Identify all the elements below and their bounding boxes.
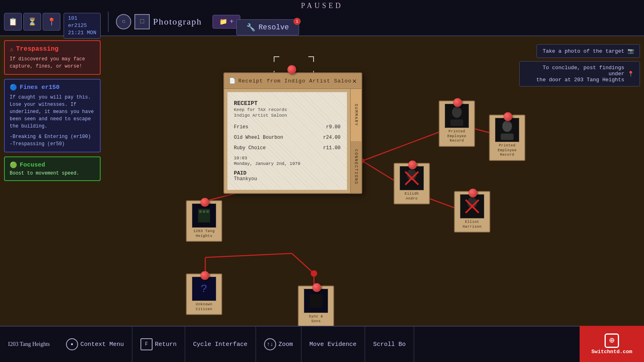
fines-box: 🔵 Fines er150 If caught you will pay thi…	[4, 79, 101, 152]
context-menu-label: Context Menu	[80, 341, 124, 348]
stat-level-value: 101	[68, 15, 77, 21]
location-icon: 📍	[627, 71, 634, 77]
receipt-item-name-ruby: Ruby Choice	[234, 145, 266, 151]
action-cycle-interface[interactable]: Cycle Interface	[185, 326, 256, 362]
folder-icon: 📁	[219, 18, 227, 26]
stat-level: 101	[68, 15, 96, 22]
pushpin-eilidh	[408, 160, 417, 169]
tab-separator	[108, 12, 109, 32]
evidence-card-sync[interactable]: Sync &Sons	[298, 286, 334, 327]
evidence-card-employee-1[interactable]: PrintedEmployeeRecord	[439, 101, 475, 147]
location-hint: To conclude, post findings under the doo…	[519, 61, 640, 86]
trespassing-text: If discovered you may face capture, fine…	[10, 56, 95, 70]
left-panel: ⚠ Trespassing If discovered you may face…	[4, 40, 101, 181]
receipt-body: RECEIPT Keep for TAX records Indigo Arti…	[224, 89, 361, 193]
pushpin-location	[200, 198, 209, 207]
receipt-doc-icon: 📄	[229, 78, 236, 84]
receipt-item-ruby: Ruby Choice r11.00	[234, 145, 341, 151]
photo-hint-text: Take a photo of the target	[543, 48, 624, 54]
switchntd-badge: ⊕ Switchntd.com	[580, 326, 644, 362]
fines-icon: 🔵	[10, 84, 17, 91]
return-key: F	[140, 338, 153, 350]
svg-rect-20	[199, 210, 202, 213]
pushpin-unknown	[200, 271, 209, 280]
receipt-card-title: 📄 Receipt from Indigo Artist Saloo	[229, 78, 352, 84]
resolve-icon: 🔧	[246, 23, 255, 32]
receipt-paid: PAID	[234, 170, 341, 176]
receipt-close-button[interactable]: ✕	[352, 76, 357, 85]
switch-logo: ⊕	[605, 333, 619, 348]
evidence-card-employee-2[interactable]: PrintedEmployeeRecord	[489, 115, 525, 161]
pushpin-employee-1	[453, 98, 462, 107]
switchntd-text: Switchntd.com	[591, 349, 632, 355]
evidence-card-eilidh[interactable]: EilidhAndro	[394, 163, 430, 204]
action-return[interactable]: F Return	[132, 326, 185, 362]
pushpin-employee-2	[504, 112, 512, 121]
elliot-label: ElliotHarrison	[455, 220, 489, 232]
action-context-menu[interactable]: ● Context Menu	[58, 326, 132, 362]
focused-icon: 🟢	[10, 161, 17, 169]
scroll-label: Scroll Bo	[373, 341, 406, 348]
photo-label: Photograph	[153, 16, 202, 27]
receipt-paper: RECEIPT Keep for TAX records Indigo Arti…	[227, 92, 347, 190]
receipt-item-price-ruby: r11.00	[323, 145, 341, 151]
receipt-tab-summary[interactable]: SUMMARY	[350, 89, 361, 141]
employee-photo-1	[445, 104, 469, 128]
move-evidence-label: Move Evidence	[310, 341, 357, 348]
icon-btn-clock[interactable]: ⏳	[23, 13, 41, 31]
receipt-side-tabs: SUMMARY CONNECTIONS	[350, 89, 361, 193]
context-menu-key: ●	[66, 338, 78, 350]
stat-currency: er2125	[68, 22, 96, 29]
svg-rect-14	[450, 119, 463, 126]
focused-title: 🟢 Focused	[10, 161, 95, 169]
receipt-item-price-fries: r9.00	[326, 124, 341, 130]
receipt-tax-line: Keep for TAX records	[234, 107, 341, 112]
sync-label: Sync &Sons	[299, 315, 333, 326]
top-bar: PAUSED 📋 ⏳ 📍 101 er2125 21:21 MON ○ □ Ph…	[0, 0, 644, 36]
evidence-card-elliot[interactable]: ElliotHarrison	[454, 191, 490, 232]
receipt-item-fries: Fries r9.00	[234, 124, 341, 130]
camera-icon: 📷	[627, 48, 634, 54]
fines-items: -Breaking & Entering (er100) -Trespassin…	[10, 133, 95, 148]
svg-rect-23	[310, 294, 322, 308]
fines-text: If caught you will pay this. Lose your w…	[10, 94, 95, 130]
receipt-item-name-fries: Fries	[234, 124, 248, 130]
icon-btn-map[interactable]: 📍	[43, 13, 60, 31]
location-photo	[192, 204, 216, 228]
photo-square-icon[interactable]: □	[134, 14, 150, 29]
receipt-store-name: Indigo Artist Saloon	[234, 113, 341, 118]
trespassing-title: ⚠ Trespassing	[10, 45, 95, 53]
svg-rect-22	[206, 210, 209, 213]
return-label: Return	[155, 341, 177, 348]
receipt-tab-connections[interactable]: CONNECTIONS	[350, 141, 361, 193]
receipt-item-name-bourbon: Old Wheel Bourbon	[234, 135, 283, 140]
resolve-button[interactable]: 🔧 Resolve 1	[236, 19, 299, 35]
svg-point-13	[452, 107, 462, 118]
zoom-key: ↑↓	[264, 338, 276, 350]
employee-label-1: PrintedEmployeeRecord	[440, 130, 474, 146]
stat-time: 21:21 MON	[68, 29, 96, 37]
action-move-evidence[interactable]: Move Evidence	[301, 326, 365, 362]
pushpin-elliot	[469, 189, 477, 197]
location-hint-text: To conclude, post findings under the doo…	[525, 65, 624, 83]
photo-circle-icon[interactable]: ○	[116, 14, 131, 29]
evidence-card-unknown[interactable]: ? UnknownCitizen	[186, 274, 222, 315]
bottom-bar: I203 Tang Heights ● Context Menu F Retur…	[0, 326, 644, 362]
receipt-card: 📄 Receipt from Indigo Artist Saloo ✕ REC…	[223, 72, 362, 194]
elliot-x	[460, 195, 484, 218]
resolve-label: Resolve	[258, 23, 289, 31]
receipt-card-header: 📄 Receipt from Indigo Artist Saloo ✕	[224, 73, 361, 89]
receipt-time: 19:03	[234, 156, 341, 160]
pushpin-receipt	[287, 65, 296, 74]
action-zoom[interactable]: ↑↓ Zoom	[256, 326, 301, 362]
evidence-card-location[interactable]: 1203 TangHeights	[186, 200, 222, 242]
employee-label-2: PrintedEmployeeRecord	[490, 144, 524, 160]
fines-title: 🔵 Fines er150	[10, 84, 95, 91]
add-icon: +	[230, 18, 234, 25]
elliot-photo	[460, 194, 484, 218]
photo-tab: ○ □ Photograph	[112, 14, 206, 29]
action-scroll[interactable]: Scroll Bo	[365, 326, 414, 362]
svg-point-15	[502, 121, 512, 132]
photo-hint: Take a photo of the target 📷	[537, 44, 640, 58]
icon-btn-journal[interactable]: 📋	[4, 13, 22, 31]
